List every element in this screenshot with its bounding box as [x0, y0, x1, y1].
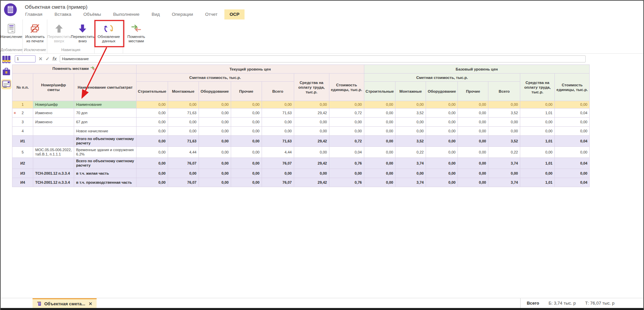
base-value-cell[interactable]: 0,00	[364, 136, 395, 147]
current-value-cell[interactable]: 76,07	[262, 178, 294, 187]
base-value-cell[interactable]: 3,52	[395, 108, 426, 118]
current-value-cell[interactable]: 0,00	[137, 136, 168, 147]
base-value-cell[interactable]: 0,00	[458, 178, 488, 187]
close-icon[interactable]: ✕	[89, 301, 92, 306]
base-value-cell[interactable]: 0,00	[555, 118, 590, 127]
base-value-cell[interactable]: 3,74	[395, 178, 426, 187]
current-value-cell[interactable]: 0,00	[168, 127, 199, 136]
row-number-cell[interactable]: 4	[12, 127, 33, 136]
base-value-cell[interactable]: 0,00	[364, 127, 395, 136]
current-value-cell[interactable]: 0,00	[329, 118, 364, 127]
base-value-cell[interactable]: 0,04	[555, 108, 590, 118]
base-value-cell[interactable]: 0,00	[395, 118, 426, 127]
base-value-cell[interactable]: 0,22	[488, 147, 520, 158]
base-value-cell[interactable]: 0,04	[555, 136, 590, 147]
current-value-cell[interactable]: 29,42	[294, 136, 329, 147]
base-value-cell[interactable]: 0,00	[488, 101, 520, 108]
current-value-cell[interactable]: 0,72	[329, 108, 364, 118]
row-number-cell[interactable]: 5	[12, 147, 33, 158]
base-value-cell[interactable]: 0,00	[426, 169, 458, 178]
estimate-code-cell[interactable]: ТСН-2001.12 п.3.3.4	[33, 169, 74, 178]
accept-icon[interactable]: ✓	[46, 56, 50, 61]
base-value-cell[interactable]: 3,74	[395, 158, 426, 169]
current-value-cell[interactable]: 29,42	[294, 158, 329, 169]
estimate-code-cell[interactable]	[33, 136, 74, 147]
base-value-cell[interactable]: 3,52	[488, 136, 520, 147]
base-value-cell[interactable]: 0,00	[426, 118, 458, 127]
base-value-cell[interactable]: 0,00	[426, 178, 458, 187]
base-value-cell[interactable]: 0,00	[458, 118, 488, 127]
current-value-cell[interactable]: 0,00	[199, 158, 231, 169]
current-value-cell[interactable]: 0,00	[168, 118, 199, 127]
current-value-cell[interactable]: 71,63	[168, 108, 199, 118]
current-value-cell[interactable]: 0,00	[294, 127, 329, 136]
current-value-cell[interactable]: 0,00	[199, 169, 231, 178]
base-value-cell[interactable]: 0,00	[520, 147, 555, 158]
refresh-data-button[interactable]: Обновление данных	[95, 19, 123, 51]
base-value-cell[interactable]: 3,74	[488, 158, 520, 169]
estimate-code-cell[interactable]: Изменено	[33, 108, 74, 118]
estimate-code-cell[interactable]	[33, 127, 74, 136]
current-value-cell[interactable]: 0,00	[231, 147, 262, 158]
binders-icon[interactable]	[1, 54, 11, 64]
base-value-cell[interactable]: 0,00	[458, 158, 488, 169]
current-value-cell[interactable]: 0,00	[137, 147, 168, 158]
current-value-cell[interactable]: 0,00	[137, 158, 168, 169]
base-value-cell[interactable]: 0,00	[458, 108, 488, 118]
estimate-code-cell[interactable]: Номер/шифр	[33, 101, 74, 108]
base-value-cell[interactable]: 0,00	[555, 169, 590, 178]
current-value-cell[interactable]: 0,00	[199, 127, 231, 136]
estimate-name-cell[interactable]: Новое начисление	[74, 127, 137, 136]
estimate-name-cell[interactable]: 67 доп	[74, 118, 137, 127]
move-down-button[interactable]: Переместить вниз	[71, 19, 94, 47]
base-value-cell[interactable]: 0,00	[426, 101, 458, 108]
base-value-cell[interactable]: 0,00	[520, 118, 555, 127]
current-value-cell[interactable]: 0,00	[262, 127, 294, 136]
base-value-cell[interactable]: 0,00	[364, 169, 395, 178]
estimate-code-cell[interactable]	[33, 158, 74, 169]
base-value-cell[interactable]: 0,00	[520, 169, 555, 178]
current-value-cell[interactable]: 76,07	[168, 158, 199, 169]
current-value-cell[interactable]: 0,00	[231, 127, 262, 136]
current-value-cell[interactable]: 0,76	[329, 158, 364, 169]
current-value-cell[interactable]: 0,00	[329, 101, 364, 108]
tab-operacii[interactable]: Операции	[167, 9, 198, 19]
estimate-name-cell[interactable]: Наименование	[74, 101, 137, 108]
current-value-cell[interactable]: 0,00	[231, 108, 262, 118]
base-value-cell[interactable]: 0,00	[364, 118, 395, 127]
base-value-cell[interactable]: 1,01	[520, 108, 555, 118]
current-value-cell[interactable]: 0,00	[262, 169, 294, 178]
base-value-cell[interactable]: 0,00	[488, 169, 520, 178]
base-value-cell[interactable]: 3,52	[488, 108, 520, 118]
expression-input[interactable]	[60, 55, 586, 62]
current-value-cell[interactable]: 71,63	[262, 108, 294, 118]
row-number-cell[interactable]: И2	[12, 158, 33, 169]
base-value-cell[interactable]: 0,22	[395, 147, 426, 158]
current-value-cell[interactable]: 0,00	[294, 147, 329, 158]
current-value-cell[interactable]: 0,00	[137, 118, 168, 127]
current-value-cell[interactable]: 0,00	[137, 127, 168, 136]
cancel-icon[interactable]: ✕	[39, 56, 43, 61]
current-value-cell[interactable]: 0,00	[329, 127, 364, 136]
current-value-cell[interactable]: 0,00	[231, 169, 262, 178]
estimate-name-cell[interactable]: в т.ч. жилая часть	[74, 169, 137, 178]
current-value-cell[interactable]: 0,00	[199, 108, 231, 118]
base-value-cell[interactable]: 0,04	[555, 158, 590, 169]
current-value-cell[interactable]: 0,00	[199, 136, 231, 147]
current-value-cell[interactable]: 0,00	[294, 101, 329, 108]
tab-otchet[interactable]: Отчет	[200, 9, 222, 19]
current-value-cell[interactable]: 0,00	[199, 178, 231, 187]
accrual-button[interactable]: Начисление	[1, 19, 22, 47]
base-value-cell[interactable]: 0,00	[520, 101, 555, 108]
base-value-cell[interactable]: 0,00	[458, 136, 488, 147]
estimate-table-view-icon[interactable]	[1, 79, 11, 89]
current-value-cell[interactable]: 0,00	[231, 136, 262, 147]
estimate-code-cell[interactable]: ТСН-2001.12 п.3.3.4	[33, 178, 74, 187]
current-value-cell[interactable]: 0,00	[137, 178, 168, 187]
current-value-cell[interactable]: 0,00	[231, 158, 262, 169]
current-value-cell[interactable]: 0,04	[329, 147, 364, 158]
base-value-cell[interactable]: 0,00	[458, 101, 488, 108]
fx-icon[interactable]: fx	[52, 56, 56, 61]
estimate-name-cell[interactable]: в т.ч. производственная часть	[74, 178, 137, 187]
base-value-cell[interactable]: 0,00	[426, 158, 458, 169]
